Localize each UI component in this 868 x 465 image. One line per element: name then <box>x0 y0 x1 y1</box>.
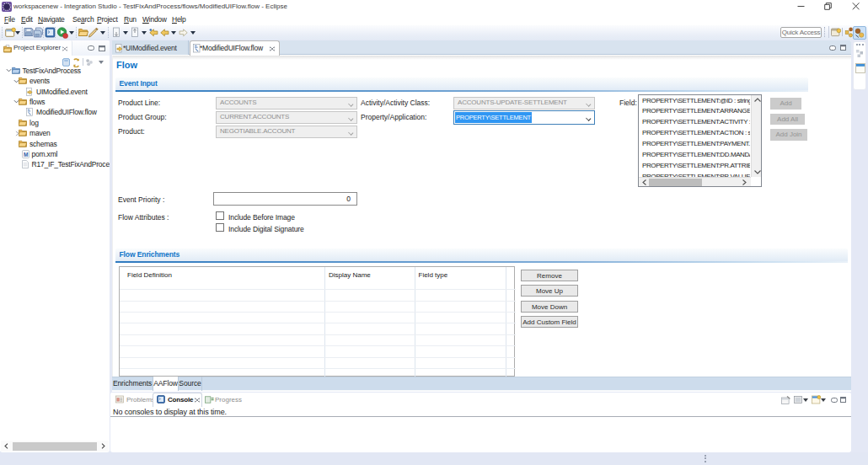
svg-text:M: M <box>24 152 28 158</box>
